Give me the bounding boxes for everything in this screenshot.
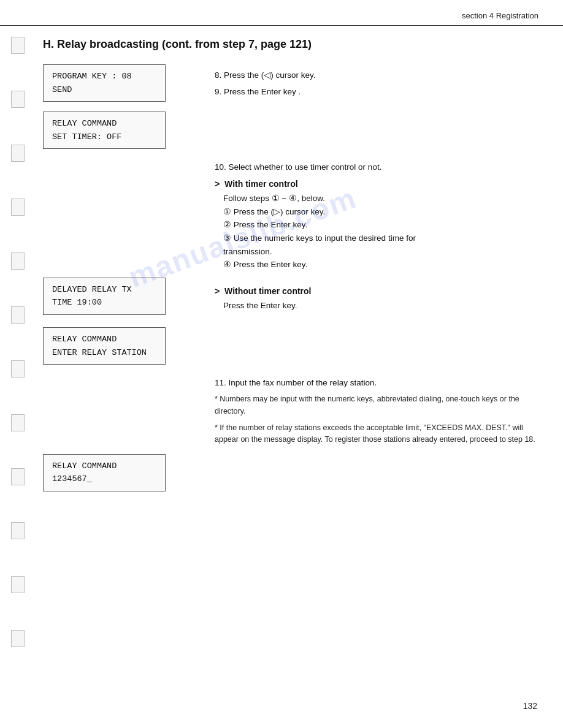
page-container: section 4 Registration manualslib.com H.… bbox=[0, 0, 563, 728]
lcd-box-2-line1: RELAY COMMAND bbox=[52, 117, 156, 131]
lcd-box-3-line1: DELAYED RELAY TX bbox=[52, 283, 156, 297]
binding-mark-3 bbox=[11, 145, 25, 162]
without-timer-arrow: > bbox=[215, 286, 220, 296]
without-timer-label: Without timer control bbox=[224, 286, 311, 296]
steps-8-9: 8. Press the (◁) cursor key. 9. Press th… bbox=[209, 64, 538, 102]
without-timer-col: > Without timer control Press the Enter … bbox=[209, 278, 538, 313]
lcd-box-5-left: RELAY COMMAND 1234567_ bbox=[43, 454, 209, 495]
section-title: H. Relay broadcasting (cont. from step 7… bbox=[43, 38, 538, 51]
with-timer-sub1: ① Press the (▷) cursor key. bbox=[223, 205, 538, 219]
step-9: 9. Press the Enter key . bbox=[215, 86, 538, 99]
with-timer-follow: Follow steps ① ~ ④, below. bbox=[223, 192, 538, 205]
with-timer-label: With timer control bbox=[224, 179, 298, 189]
lcd-box-5-col bbox=[43, 377, 209, 389]
without-timer-section: > Without timer control bbox=[215, 286, 538, 296]
step-10-intro: 10. Select whether to use timer control … bbox=[215, 161, 538, 174]
binding-mark-11 bbox=[11, 576, 25, 593]
page-header: section 4 Registration bbox=[0, 0, 563, 26]
lcd-box-4: RELAY COMMAND ENTER RELAY STATION bbox=[43, 327, 166, 365]
lcd-box-4-line2: ENTER RELAY STATION bbox=[52, 346, 156, 360]
lcd-box-5: RELAY COMMAND 1234567_ bbox=[43, 454, 166, 491]
page-number: 132 bbox=[523, 701, 537, 711]
lcd-box-3-col: DELAYED RELAY TX TIME 19:00 bbox=[43, 278, 209, 319]
header-text: section 4 Registration bbox=[462, 11, 538, 20]
with-timer-sub4: ④ Press the Enter key. bbox=[223, 258, 538, 271]
notes-block: * Numbers may be input with the numeric … bbox=[215, 393, 538, 446]
lcd-box-5-line1: RELAY COMMAND bbox=[52, 460, 156, 473]
binding-mark-1 bbox=[11, 37, 25, 54]
binding-mark-5 bbox=[11, 252, 25, 270]
without-timer-text: Press the Enter key. bbox=[223, 299, 538, 313]
step-8: 8. Press the (◁) cursor key. bbox=[215, 69, 538, 82]
main-content: H. Relay broadcasting (cont. from step 7… bbox=[43, 32, 538, 495]
step10-content: 10. Select whether to use timer control … bbox=[209, 161, 538, 271]
binding-mark-8 bbox=[11, 414, 25, 431]
with-timer-sub3b: transmission. bbox=[223, 245, 538, 259]
lcd-box-3-line2: TIME 19:00 bbox=[52, 296, 156, 309]
lcd-box-4-col: RELAY COMMAND ENTER RELAY STATION bbox=[43, 327, 209, 368]
step-11-intro: 11. Input the fax number of the relay st… bbox=[215, 377, 538, 390]
binding-mark-4 bbox=[11, 199, 25, 216]
with-timer-sub3: ③ Use the numeric keys to input the desi… bbox=[223, 232, 538, 245]
row-lcd2: RELAY COMMAND SET TIMER: OFF bbox=[43, 112, 538, 153]
row-lcd3-without-timer: DELAYED RELAY TX TIME 19:00 > Without ti… bbox=[43, 278, 538, 319]
with-timer-section: > With timer control bbox=[215, 179, 538, 189]
with-timer-arrow: > bbox=[215, 179, 220, 189]
lcd-box-2-line2: SET TIMER: OFF bbox=[52, 131, 156, 144]
binding-mark-7 bbox=[11, 360, 25, 377]
row-lcd5: RELAY COMMAND 1234567_ bbox=[43, 454, 538, 495]
binding-mark-10 bbox=[11, 522, 25, 539]
with-timer-steps: Follow steps ① ~ ④, below. ① Press the (… bbox=[223, 192, 538, 271]
lcd-box-1-line2: SEND bbox=[52, 83, 156, 97]
step11-content: 11. Input the fax number of the relay st… bbox=[209, 377, 538, 447]
lcd-box-1: PROGRAM KEY : 08 SEND bbox=[43, 64, 166, 102]
binding-mark-2 bbox=[11, 91, 25, 108]
lcd-box-3: DELAYED RELAY TX TIME 19:00 bbox=[43, 278, 166, 315]
row-step10: 10. Select whether to use timer control … bbox=[43, 161, 538, 271]
binding-mark-9 bbox=[11, 468, 25, 485]
note-2: * If the number of relay stations exceed… bbox=[215, 422, 538, 446]
lcd-box-1-line1: PROGRAM KEY : 08 bbox=[52, 70, 156, 83]
row-lcd1-steps: PROGRAM KEY : 08 SEND 8. Press the (◁) c… bbox=[43, 64, 538, 105]
lcd-box-2: RELAY COMMAND SET TIMER: OFF bbox=[43, 112, 166, 149]
note-1: * Numbers may be input with the numeric … bbox=[215, 393, 538, 417]
lcd-box-1-col: PROGRAM KEY : 08 SEND bbox=[43, 64, 209, 105]
lcd-box-2-col: RELAY COMMAND SET TIMER: OFF bbox=[43, 112, 209, 153]
binding-mark-12 bbox=[11, 630, 25, 647]
with-timer-sub2: ② Press the Enter key. bbox=[223, 218, 538, 232]
lcd-box-5-line2: 1234567_ bbox=[52, 472, 156, 486]
lcd-box-4-line1: RELAY COMMAND bbox=[52, 333, 156, 346]
binding-marks bbox=[11, 37, 25, 684]
without-timer-steps: Press the Enter key. bbox=[223, 299, 538, 313]
row-lcd4: RELAY COMMAND ENTER RELAY STATION bbox=[43, 327, 538, 368]
row-step11-lcd5: 11. Input the fax number of the relay st… bbox=[43, 377, 538, 447]
binding-mark-6 bbox=[11, 306, 25, 324]
